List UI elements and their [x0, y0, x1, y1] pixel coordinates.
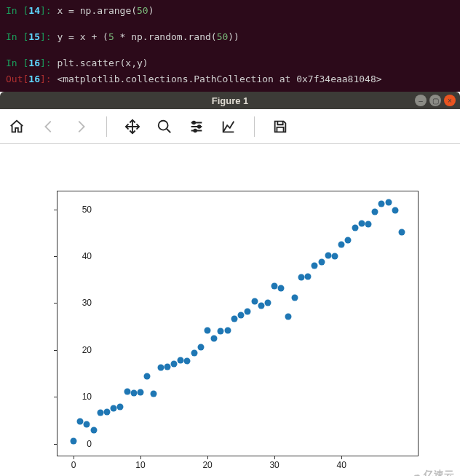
scatter-point — [231, 316, 237, 322]
scatter-point — [157, 365, 164, 371]
figure-toolbar — [0, 109, 460, 144]
scatter-point — [291, 295, 298, 301]
maximize-button[interactable]: ▢ — [429, 95, 441, 106]
scatter-point — [278, 285, 285, 291]
x-tick-label: 40 — [336, 460, 346, 470]
y-tick-label: 0 — [63, 439, 92, 449]
configure-icon[interactable] — [189, 119, 205, 135]
scatter-point — [358, 221, 365, 227]
scatter-point — [184, 357, 191, 364]
terminal-blank — [6, 19, 454, 29]
scatter-point — [298, 274, 304, 281]
scatter-point — [164, 364, 170, 370]
scatter-point — [251, 298, 258, 304]
scatter-point — [378, 201, 385, 207]
toolbar-separator — [254, 116, 255, 137]
scatter-point — [151, 391, 157, 397]
scatter-point — [238, 312, 245, 318]
scatter-point — [97, 410, 103, 416]
scatter-point — [305, 274, 312, 280]
scatter-point — [312, 262, 318, 269]
scatter-point — [171, 361, 178, 368]
window-title: Figure 1 — [0, 95, 460, 106]
scatter-point — [398, 229, 405, 235]
scatter-point — [331, 253, 338, 260]
scatter-point — [245, 309, 251, 315]
scatter-point — [124, 388, 130, 394]
scatter-point — [104, 408, 111, 415]
scatter-point — [90, 427, 97, 433]
axes-icon[interactable] — [221, 119, 237, 135]
save-icon[interactable] — [272, 119, 288, 135]
home-icon[interactable] — [9, 119, 25, 135]
figure-canvas[interactable]: 01020304050010203040 ☁亿速云 — [0, 144, 460, 476]
zoom-icon[interactable] — [156, 119, 172, 135]
terminal-line: In [15]: y = x + (5 * np.random.rand(50)… — [6, 29, 454, 45]
scatter-point — [71, 438, 77, 445]
scatter-point — [345, 237, 352, 244]
scatter-point — [325, 252, 331, 258]
scatter-point — [285, 313, 291, 320]
scatter-point — [197, 344, 204, 351]
svg-point-3 — [194, 129, 197, 132]
close-button[interactable]: × — [444, 95, 456, 106]
x-tick-label: 20 — [202, 460, 212, 470]
pan-icon[interactable] — [124, 119, 140, 135]
terminal-panel: In [14]: x = np.arange(50) In [15]: y = … — [0, 0, 460, 92]
scatter-point — [338, 242, 345, 248]
terminal-line: In [14]: x = np.arange(50) — [6, 3, 454, 19]
scatter-point — [392, 207, 398, 214]
svg-point-2 — [198, 125, 201, 128]
svg-point-1 — [193, 121, 196, 124]
scatter-point — [84, 421, 90, 427]
svg-point-0 — [159, 120, 168, 130]
watermark: ☁亿速云 — [411, 468, 454, 476]
y-tick-label: 30 — [63, 298, 92, 308]
scatter-point — [211, 336, 218, 342]
terminal-blank — [6, 45, 454, 55]
minimize-button[interactable]: – — [415, 95, 427, 106]
scatter-point — [365, 221, 371, 228]
scatter-point — [224, 327, 231, 333]
terminal-line: In [16]: plt.scatter(x,y) — [6, 55, 454, 71]
scatter-point — [258, 302, 264, 309]
scatter-point — [352, 225, 358, 231]
plot-axes — [57, 191, 419, 456]
scatter-point — [144, 373, 151, 379]
scatter-point — [138, 389, 144, 395]
y-tick-label: 50 — [63, 205, 92, 215]
y-tick-label: 10 — [63, 392, 92, 402]
scatter-point — [264, 300, 271, 306]
toolbar-separator — [106, 116, 107, 137]
scatter-point — [372, 208, 378, 215]
scatter-point — [111, 405, 117, 412]
scatter-point — [271, 282, 278, 289]
scatter-point — [117, 404, 124, 410]
scatter-point — [385, 199, 392, 206]
scatter-point — [130, 390, 137, 397]
terminal-line: Out[16]: <matplotlib.collections.PathCol… — [6, 71, 454, 87]
x-tick-label: 10 — [135, 460, 145, 470]
y-tick-label: 40 — [63, 251, 92, 261]
scatter-point — [218, 328, 224, 335]
scatter-point — [77, 418, 84, 424]
scatter-point — [205, 327, 211, 333]
x-tick-label: 30 — [269, 460, 279, 470]
x-tick-label: 0 — [71, 460, 76, 470]
window-titlebar[interactable]: Figure 1 – ▢ × — [0, 92, 460, 109]
y-tick-label: 20 — [63, 345, 92, 355]
scatter-point — [178, 357, 184, 364]
back-icon[interactable] — [41, 119, 57, 135]
forward-icon[interactable] — [73, 119, 89, 135]
scatter-point — [318, 258, 325, 265]
scatter-point — [191, 349, 197, 356]
